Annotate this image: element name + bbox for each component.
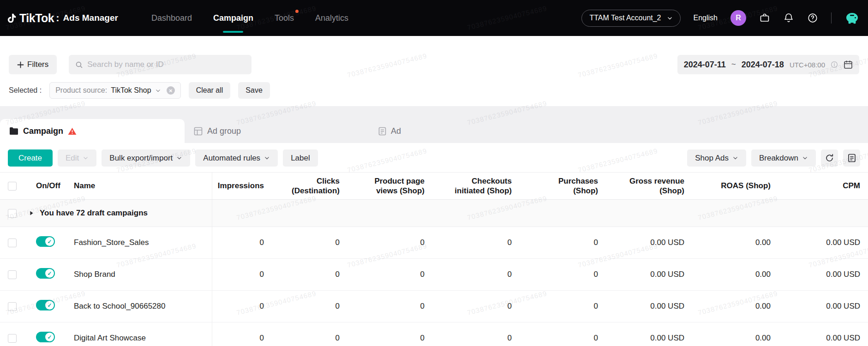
draft-row-checkbox[interactable]: [8, 209, 17, 218]
col-purchases-header: Purchases(Shop): [512, 173, 598, 199]
date-separator: ~: [731, 60, 736, 69]
shop-ads-label: Shop Ads: [695, 154, 729, 163]
piggy-bank-icon[interactable]: [844, 12, 860, 24]
cell-product-page-views: 0: [340, 334, 425, 343]
select-all-checkbox[interactable]: [8, 182, 17, 191]
bulk-export-import-button[interactable]: Bulk export/import: [102, 149, 190, 167]
selected-filter-tag[interactable]: Product source: TikTok Shop ×: [49, 82, 181, 99]
calendar-icon[interactable]: [844, 60, 853, 69]
automated-rules-button[interactable]: Automated rules: [195, 149, 278, 167]
account-name: TTAM Test Account_2: [589, 14, 661, 22]
onoff-toggle[interactable]: ✓: [36, 236, 55, 247]
nav-dashboard[interactable]: Dashboard: [151, 0, 192, 36]
cell-product-page-views: 0: [340, 238, 425, 247]
help-icon[interactable]: [807, 12, 818, 24]
edit-button-label: Edit: [66, 154, 79, 163]
row-checkbox[interactable]: [8, 302, 17, 311]
edit-button[interactable]: Edit: [58, 149, 96, 167]
label-button[interactable]: Label: [283, 149, 318, 167]
cell-product-page-views: 0: [340, 270, 425, 279]
cell-clicks: 0: [264, 334, 340, 343]
refresh-button[interactable]: [821, 149, 838, 167]
nav-campaign-label: Campaign: [213, 13, 253, 23]
search-box: [69, 55, 251, 74]
cell-clicks: 0: [264, 270, 340, 279]
campaign-name[interactable]: Back to School_90665280: [74, 302, 166, 311]
chevron-down-icon: [264, 155, 270, 161]
col-gross-revenue-header: Gross revenue(Shop): [598, 173, 684, 199]
onoff-toggle[interactable]: ✓: [36, 332, 55, 342]
campaign-table: On/Off Name Impressions Clicks(Destinati…: [0, 172, 868, 346]
logo-mark: :: [56, 12, 59, 24]
tab-campaign[interactable]: Campaign: [0, 119, 185, 143]
cell-checkouts: 0: [425, 238, 512, 247]
table-row: ✓ Digital Art Showcase 0 0 0 0 0 0.00 US…: [0, 322, 868, 346]
row-checkbox[interactable]: [8, 270, 17, 279]
row-checkbox[interactable]: [8, 239, 17, 247]
shop-ads-dropdown[interactable]: Shop Ads: [687, 149, 746, 167]
table-header-row: On/Off Name Impressions Clicks(Destinati…: [0, 172, 868, 200]
cell-roas: 0.00: [684, 270, 771, 279]
expand-caret-icon[interactable]: [29, 210, 34, 216]
tab-adgroup[interactable]: Ad group: [185, 119, 369, 143]
nav-analytics[interactable]: Analytics: [315, 0, 348, 36]
nav-campaign[interactable]: Campaign: [213, 0, 253, 36]
notification-bell-icon[interactable]: [783, 12, 794, 24]
tools-badge-dot: [295, 10, 299, 13]
toggle-check-icon: ✓: [45, 333, 54, 341]
row-checkbox[interactable]: [8, 334, 17, 343]
chevron-down-icon: [83, 155, 89, 161]
cell-cpm: 0.00 USD: [771, 238, 860, 247]
col-product-page-views-header: Product pageviews (Shop): [340, 173, 425, 199]
cell-roas: 0.00: [684, 302, 771, 311]
export-report-button[interactable]: [843, 149, 860, 167]
onoff-toggle[interactable]: ✓: [36, 268, 55, 279]
draft-campaigns-row[interactable]: You have 72 draft campaigns: [0, 200, 868, 227]
cell-purchases: 0: [512, 302, 598, 311]
folder-icon: [9, 127, 18, 135]
toggle-check-icon: ✓: [45, 301, 54, 310]
language-selector[interactable]: English: [694, 14, 718, 22]
save-button[interactable]: Save: [238, 82, 269, 99]
ad-group-icon: [194, 127, 203, 136]
cell-product-page-views: 0: [340, 302, 425, 311]
refresh-icon: [825, 154, 834, 162]
remove-filter-icon[interactable]: ×: [167, 86, 175, 95]
breakdown-dropdown[interactable]: Breakdown: [751, 149, 816, 167]
nav-tools[interactable]: Tools: [275, 0, 294, 36]
chevron-down-icon: [667, 15, 673, 21]
cell-purchases: 0: [512, 270, 598, 279]
cell-cpm: 0.00 USD: [771, 334, 860, 343]
campaign-name[interactable]: Digital Art Showcase: [74, 334, 146, 343]
tab-campaign-label: Campaign: [23, 126, 63, 136]
tab-ad[interactable]: Ad: [369, 119, 554, 143]
tiktok-logo[interactable]: TikTok : Ads Manager: [6, 12, 118, 25]
account-selector[interactable]: TTAM Test Account_2: [581, 10, 680, 27]
campaign-name[interactable]: Fashion_Store_Sales: [74, 238, 149, 247]
chevron-down-icon[interactable]: [155, 88, 161, 94]
cell-gross-revenue: 0.00 USD: [598, 334, 684, 343]
cell-impressions: 0: [212, 334, 264, 343]
header-divider: [831, 12, 832, 24]
create-button[interactable]: Create: [8, 149, 53, 167]
search-input[interactable]: [87, 60, 245, 69]
filters-button-label: Filters: [27, 60, 48, 69]
col-clicks-header: Clicks(Destination): [264, 173, 340, 199]
market-briefcase-icon[interactable]: [759, 12, 770, 24]
campaign-name[interactable]: Shop Brand: [74, 270, 115, 279]
date-range-picker[interactable]: 2024-07-11 ~ 2024-07-18 UTC+08:00: [677, 55, 859, 74]
top-header: TikTok : Ads Manager Dashboard Campaign …: [0, 0, 868, 36]
avatar[interactable]: R: [730, 10, 746, 26]
cell-gross-revenue: 0.00 USD: [598, 238, 684, 247]
cell-purchases: 0: [512, 334, 598, 343]
filters-button[interactable]: Filters: [9, 55, 57, 74]
cell-clicks: 0: [264, 238, 340, 247]
clear-all-button[interactable]: Clear all: [189, 82, 231, 99]
cell-impressions: 0: [212, 238, 264, 247]
col-impressions-header: Impressions: [212, 173, 264, 199]
toggle-check-icon: ✓: [45, 237, 54, 246]
onoff-toggle[interactable]: ✓: [36, 300, 55, 310]
cell-gross-revenue: 0.00 USD: [598, 270, 684, 279]
timezone-label: UTC+08:00: [790, 61, 825, 69]
cell-checkouts: 0: [425, 334, 512, 343]
